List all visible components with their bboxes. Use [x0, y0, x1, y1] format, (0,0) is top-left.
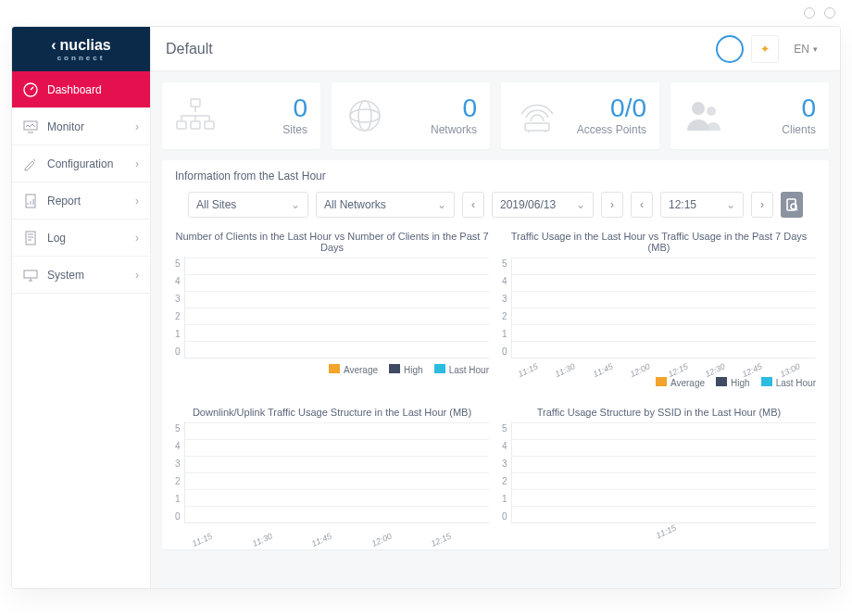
- chart-downlink-uplink: Downlink/Uplink Traffic Usage Structure …: [175, 401, 489, 536]
- y-axis: 543 210: [175, 421, 184, 523]
- date-prev-button[interactable]: ‹: [462, 192, 484, 218]
- brand-name: nuclias: [60, 37, 111, 54]
- card-sites[interactable]: 0 Sites: [162, 82, 320, 149]
- svg-rect-4: [24, 270, 37, 278]
- chart-title: Traffic Usage Structure by SSID in the L…: [502, 407, 816, 418]
- info-panel: Information from the Last Hour All Sites…: [162, 160, 829, 549]
- svg-rect-12: [525, 123, 549, 131]
- time-prev-button[interactable]: ‹: [631, 192, 653, 218]
- language-selector[interactable]: EN ▾: [786, 43, 825, 56]
- select-value: 12:15: [669, 198, 696, 211]
- ap-icon: [514, 97, 560, 134]
- chevron-down-icon: ⌄: [291, 198, 300, 211]
- topbar: Default ✦ EN ▾: [151, 27, 840, 71]
- log-icon: [23, 231, 38, 245]
- network-select[interactable]: All Networks ⌄: [316, 192, 455, 218]
- dashboard-icon: [23, 82, 38, 97]
- window-titlebar: [0, 0, 852, 26]
- x-axis: 11:1511:3011:45 12:0012:15: [175, 523, 489, 536]
- sidebar-label: Log: [47, 232, 66, 245]
- window-control-min[interactable]: [804, 7, 815, 19]
- date-next-button[interactable]: ›: [601, 192, 623, 218]
- chevron-right-icon: ›: [760, 198, 764, 211]
- brand-chevron-icon: ‹: [51, 37, 56, 54]
- card-value: 0/0: [577, 95, 646, 121]
- system-icon: [23, 268, 38, 283]
- chart-area: [511, 257, 816, 358]
- y-axis: 543 210: [502, 421, 511, 523]
- y-axis: 543 210: [502, 257, 511, 358]
- networks-icon: [345, 97, 385, 134]
- chart-title: Downlink/Uplink Traffic Usage Structure …: [175, 407, 489, 418]
- apply-button[interactable]: [781, 192, 803, 218]
- monitor-icon: [23, 119, 38, 134]
- chevron-down-icon: ⌄: [437, 198, 446, 211]
- time-next-button[interactable]: ›: [751, 192, 773, 218]
- chevron-right-icon: ›: [135, 269, 139, 282]
- svg-rect-3: [26, 232, 35, 245]
- chart-legend: Average High Last Hour: [175, 364, 489, 375]
- chevron-down-icon: ⌄: [576, 198, 585, 211]
- chart-title: Traffic Usage in the Last Hour vs Traffi…: [502, 231, 816, 253]
- chevron-down-icon: ⌄: [726, 198, 735, 211]
- sidebar-label: System: [47, 269, 84, 282]
- sidebar-item-configuration[interactable]: Configuration ›: [12, 145, 150, 182]
- chart-title: Number of Clients in the Last Hour vs Nu…: [175, 231, 489, 253]
- clients-icon: [683, 97, 724, 134]
- svg-point-10: [350, 109, 380, 122]
- card-label: Access Points: [577, 123, 646, 136]
- svg-point-13: [692, 102, 705, 115]
- svg-point-11: [358, 101, 371, 131]
- x-axis: 11:1511:3011:4512:00 12:1512:3012:4513:0…: [502, 358, 816, 371]
- sidebar-label: Dashboard: [47, 83, 102, 96]
- window-control-max[interactable]: [824, 7, 835, 19]
- site-select[interactable]: All Sites ⌄: [188, 192, 308, 218]
- card-label: Sites: [282, 123, 307, 136]
- chevron-right-icon: ›: [135, 195, 139, 207]
- svg-rect-7: [191, 121, 200, 129]
- chevron-right-icon: ›: [135, 232, 139, 245]
- sites-icon: [175, 97, 216, 134]
- date-select[interactable]: 2019/06/13 ⌄: [492, 192, 594, 218]
- sidebar-item-log[interactable]: Log ›: [12, 220, 150, 257]
- sidebar-label: Monitor: [47, 120, 84, 133]
- card-value: 0: [431, 95, 477, 121]
- chevron-right-icon: ›: [610, 198, 614, 211]
- select-value: All Sites: [196, 198, 236, 211]
- chart-traffic: Traffic Usage in the Last Hour vs Traffi…: [502, 225, 816, 388]
- sidebar-label: Configuration: [47, 157, 113, 170]
- card-label: Networks: [431, 123, 477, 136]
- sidebar-label: Report: [47, 195, 81, 207]
- svg-rect-5: [191, 99, 200, 107]
- card-value: 0: [782, 95, 816, 121]
- chevron-right-icon: ›: [135, 157, 139, 170]
- select-value: 2019/06/13: [500, 198, 556, 211]
- chart-area: [184, 257, 489, 358]
- tools-button[interactable]: ✦: [751, 35, 779, 63]
- chevron-left-icon: ‹: [471, 198, 475, 211]
- sidebar: ‹ nuclias connect Dashboard Monitor › Co…: [12, 27, 151, 588]
- card-access-points[interactable]: 0/0 Access Points: [501, 82, 659, 149]
- chart-clients: Number of Clients in the Last Hour vs Nu…: [175, 225, 489, 388]
- chart-ssid: Traffic Usage Structure by SSID in the L…: [502, 401, 816, 536]
- svg-rect-8: [205, 121, 214, 129]
- card-networks[interactable]: 0 Networks: [332, 82, 490, 149]
- panel-title: Information from the Last Hour: [175, 170, 816, 182]
- config-icon: [23, 157, 38, 171]
- chart-legend: Average High Last Hour: [502, 377, 816, 388]
- sidebar-item-monitor[interactable]: Monitor ›: [12, 108, 150, 145]
- svg-rect-6: [177, 121, 186, 129]
- time-select[interactable]: 12:15 ⌄: [660, 192, 744, 218]
- select-value: All Networks: [324, 198, 386, 211]
- user-avatar[interactable]: [716, 35, 744, 63]
- wand-icon: ✦: [760, 43, 770, 56]
- sidebar-item-system[interactable]: System ›: [12, 257, 150, 294]
- chart-area: [184, 421, 489, 523]
- sidebar-item-dashboard[interactable]: Dashboard: [12, 71, 150, 108]
- sidebar-item-report[interactable]: Report ›: [12, 182, 150, 220]
- lang-label: EN: [794, 43, 809, 56]
- brand-sub: connect: [57, 54, 106, 62]
- chevron-right-icon: ›: [135, 120, 139, 133]
- y-axis: 543 210: [175, 257, 184, 358]
- card-clients[interactable]: 0 Clients: [670, 82, 829, 149]
